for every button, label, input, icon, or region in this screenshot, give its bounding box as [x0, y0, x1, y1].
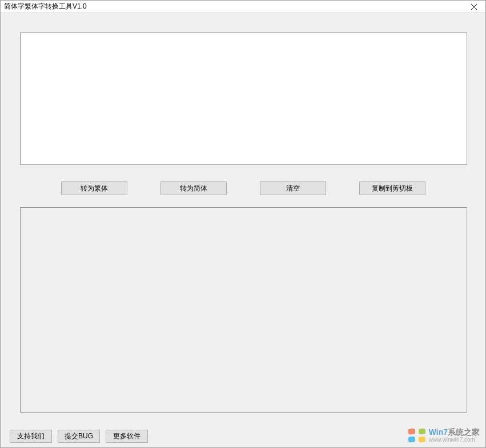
titlebar[interactable]: 简体字繁体字转换工具V1.0 [1, 1, 485, 13]
watermark-prefix: Win7 [429, 427, 448, 437]
client-area: 转为繁体 转为简体 清空 复制到剪切板 支持我们 提交BUG 更多软件 Win7… [1, 13, 485, 447]
close-icon [471, 2, 477, 11]
window-title: 简体字繁体字转换工具V1.0 [4, 2, 87, 11]
watermark-text: Win7系统之家 www.winwin7.com [429, 428, 480, 443]
convert-to-traditional-button[interactable]: 转为繁体 [61, 181, 127, 195]
close-button[interactable] [463, 1, 485, 13]
clear-button[interactable]: 清空 [260, 181, 326, 195]
watermark-url: www.winwin7.com [429, 437, 480, 443]
copy-to-clipboard-button[interactable]: 复制到剪切板 [359, 181, 425, 195]
app-window: 简体字繁体字转换工具V1.0 转为繁体 转为简体 清空 复制到剪切板 支持我们 … [0, 0, 486, 448]
watermark-title: Win7系统之家 [429, 428, 480, 437]
watermark-suffix: 系统之家 [448, 427, 480, 437]
convert-to-simplified-button[interactable]: 转为简体 [160, 181, 227, 195]
more-software-button[interactable]: 更多软件 [106, 430, 148, 443]
action-button-row: 转为繁体 转为简体 清空 复制到剪切板 [1, 181, 485, 197]
input-textarea[interactable] [20, 33, 467, 165]
watermark: Win7系统之家 www.winwin7.com [408, 428, 480, 443]
support-us-button[interactable]: 支持我们 [10, 430, 52, 443]
windows-logo-icon [408, 429, 425, 442]
bottom-button-row: 支持我们 提交BUG 更多软件 [10, 430, 148, 443]
submit-bug-button[interactable]: 提交BUG [58, 430, 100, 443]
output-textarea[interactable] [20, 207, 467, 413]
